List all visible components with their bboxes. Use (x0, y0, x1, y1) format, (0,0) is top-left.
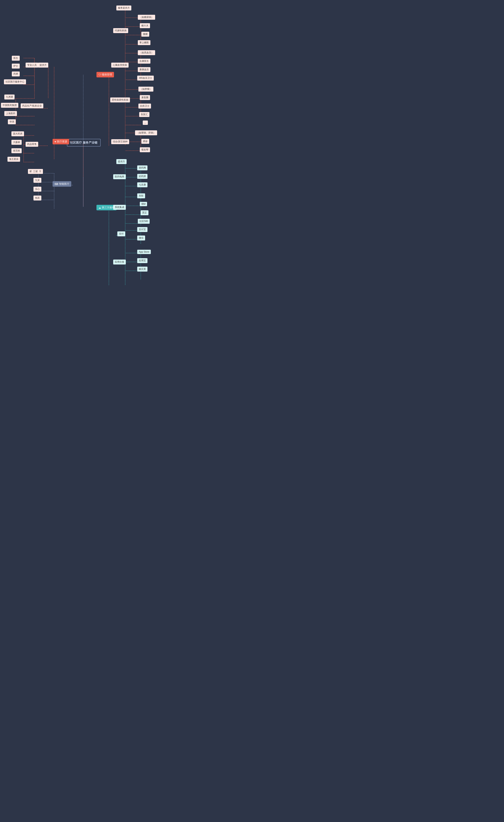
app-store-node: App Store (137, 250, 151, 254)
drug-retail-node: 药品零售 (26, 142, 38, 147)
doctor-node: 医生 (12, 56, 20, 61)
kang-fu-node: 康复圈 (140, 95, 150, 100)
shield-icon: 🛡 (98, 73, 101, 76)
mind-map: 社区医疗 服务产业链 ♥ 医疗资源 提供方 专业人员 医生 护士 药师 社区医疗… (0, 0, 169, 822)
app-distribution-node: 应用分发 (113, 260, 126, 265)
qi-le-node: 七乐康 (137, 182, 147, 187)
ellipsis-node: ... (143, 120, 148, 125)
device-icon: ⌨ (54, 182, 58, 185)
ibm-node: IBM (140, 202, 147, 206)
china-pharma-node: 中国医药集团 (1, 103, 18, 108)
service-provider-node: 服务提供方 (116, 6, 131, 10)
bp-365-node: 365血压卫士 (137, 76, 154, 80)
diabetes-example-node: （如糖尿病） (138, 15, 155, 20)
tangtafu-node: 糖大夫 (140, 23, 150, 28)
pharmacist-node: 药师 (12, 71, 20, 76)
kang-ai-node: 抗癌卫士 (138, 104, 151, 108)
lexin-node: 乐心 (33, 187, 41, 191)
he-kang-node: 合康医生 (138, 59, 150, 64)
chronic-mgmt-node: 🛡 慢病管理 (96, 72, 114, 77)
guoda-node: 国大药房 (11, 131, 24, 136)
shanghai-pharma-node: 上海医药 (4, 111, 17, 116)
sanzhuo-node: 三诺 (31, 169, 39, 174)
liang-yi-node: 良医汇 (139, 112, 149, 117)
payment-node: 支付 (117, 232, 125, 236)
wandoujia-node: 豌豆荚 (137, 267, 147, 272)
metabolic-node: 代谢性疾病 (113, 28, 128, 33)
yi-yao-node: 壹药网 (137, 165, 147, 170)
medical-resources-node: ♥ 医疗资源 (53, 139, 69, 144)
alipay-node: 支付宝 (137, 227, 147, 232)
laobaixing-node: 老百姓 (11, 148, 22, 153)
yingyongbao-node: 应用宝 (137, 258, 147, 263)
huarun-node: 华润 (8, 119, 16, 124)
bp-example-node: （如高血压） (138, 50, 155, 55)
cloud-icon: ☁ (98, 206, 101, 209)
kidney-example-node: （如肾病、肝病） (135, 130, 157, 135)
other-disease-node: 综合/其它病种 (111, 139, 129, 144)
drug-production-node: 药品生产/批发企业 (21, 103, 43, 108)
dongrun-node: 东软 (137, 193, 145, 198)
weitang-node: 微糖 (141, 32, 149, 37)
yi-zhen-node: 易诊 (141, 139, 149, 144)
smart-medical-node: ⌨ 智能医疗 (53, 181, 71, 187)
provider2-node: 提供方 (116, 159, 127, 164)
hao-yao-node: 好药师 (137, 174, 147, 179)
heart-icon: ♥ (54, 140, 56, 143)
professionals-node: 专业人员 (26, 63, 38, 67)
man-you-node: 慢友帮 (140, 147, 150, 152)
zheng-node: 罡正 (140, 210, 148, 215)
center-node: 社区医疗 服务产业链 (67, 139, 101, 146)
yuyue-node: 鱼跃 (33, 195, 41, 200)
medical-ecom-node: 医药电商 (113, 174, 126, 179)
community-center-node: 社区医疗服务中心 (4, 79, 26, 84)
zhang-tang-node: 掌上糖医 (138, 40, 150, 45)
shequ580-node: 社区580 (138, 219, 150, 224)
malignant-node: 恶性病质性疾病 (110, 97, 130, 102)
haiwang-node: 海王星辰 (7, 157, 20, 162)
wechat-node: 微信 (137, 236, 145, 241)
cardiovascular-node: 心脑血管疾病 (111, 63, 128, 67)
kang-kang-node: 康康血压 (138, 67, 150, 72)
jiuzhoutong-node: 九洲通 (4, 94, 15, 99)
provider-node: 提供方 (38, 63, 48, 67)
jiuan-node: 九安 (33, 178, 41, 183)
sys-integration-node: 系统集成 (113, 205, 126, 210)
tumor-example-node: （如肿瘤） (138, 87, 153, 91)
dasenlin-node: 大森林 (11, 140, 22, 145)
nurse-node: 护士 (12, 64, 20, 68)
